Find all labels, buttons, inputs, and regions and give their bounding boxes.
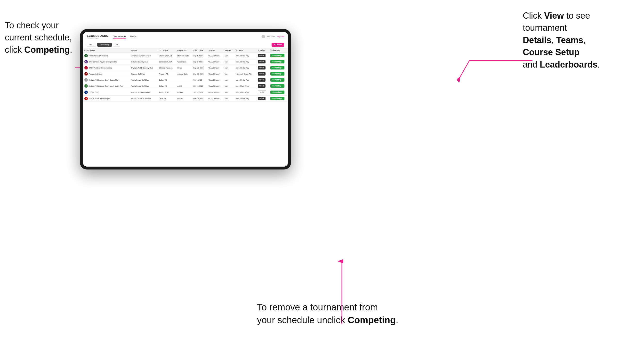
venue-cell: Sahalee Country Club	[130, 59, 158, 65]
event-name-cell: J Jackson T. Stephens Cup – Men's Match …	[83, 83, 130, 89]
event-name: Jackson T. Stephens Cup – Men's Match Pl…	[89, 85, 123, 87]
scoring-cell: team, Stroke Play	[234, 96, 256, 102]
scoreboard-logo: SCOREBOARD Powered by clippi	[87, 34, 108, 39]
team-logo-icon: A	[84, 91, 88, 94]
view-button[interactable]: View ℹ	[258, 66, 266, 69]
actions-cell: View ℹ	[256, 71, 269, 77]
competing-button[interactable]: Competing ✓	[270, 78, 284, 82]
hosted-by-cell: Arizona	[176, 89, 192, 96]
venue-cell: Trinity Forest Golf Club	[130, 83, 158, 89]
table-row: Y Papago Individual Papago Golf ClubPhoe…	[83, 71, 288, 77]
competing-cell: Competing ✓	[269, 83, 288, 89]
gender-cell: Men	[223, 83, 234, 89]
competing-button[interactable]: Competing ✓	[270, 91, 284, 94]
col-division: DIVISION	[206, 48, 223, 53]
col-hosted-by: HOSTED BY	[176, 48, 192, 53]
event-name: Papago Individual	[89, 73, 102, 75]
table-row: W 2023 Sahalee Players Championship Saha…	[83, 59, 288, 65]
hosted-by-cell: ABAC	[176, 83, 192, 89]
competing-button[interactable]: Competing ✓	[270, 60, 284, 63]
course-setup-highlight: Course Setup	[523, 47, 580, 57]
table-row: I OFCC Fighting Illini Invitational Olym…	[83, 65, 288, 71]
sign-out-link[interactable]: Sign out	[277, 35, 284, 37]
annotation-bottom: To remove a tournament fromyour schedule…	[257, 301, 427, 327]
division-cell: NCAA Division I	[206, 89, 223, 96]
start-date-cell: Sep 15, 2023	[192, 65, 206, 71]
gender-cell: Men	[223, 71, 234, 77]
scoring-cell: individual, Stroke Play	[234, 71, 256, 77]
team-logo-icon: J	[84, 84, 88, 88]
filter-tab-competing[interactable]: Competing	[97, 43, 112, 47]
city-state-cell: Dallas, TX	[157, 77, 176, 83]
competing-button[interactable]: Competing ✓	[270, 84, 284, 88]
event-name: Folds of Honor Collegiate	[89, 55, 108, 57]
view-button[interactable]: View ℹ	[258, 60, 266, 63]
competing-button[interactable]: Competing ✓	[270, 72, 284, 76]
division-cell: NCAA Division I	[206, 77, 223, 83]
event-name-cell: A Copper Cup	[83, 89, 130, 96]
start-date-cell: Sep 18, 2023	[192, 71, 206, 77]
gender-cell: Men	[223, 53, 234, 59]
event-name-cell: Y Papago Individual	[83, 71, 130, 77]
actions-cell: View ℹ	[256, 77, 269, 83]
logo-title: SCOREBOARD	[87, 34, 108, 37]
hosted-by-cell: Arizona State	[176, 71, 192, 77]
hosted-by-cell: Illinois	[176, 65, 192, 71]
table-row: J Jackson T. Stephens Cup – Stroke Play …	[83, 77, 288, 83]
team-logo-icon: I	[84, 66, 88, 69]
competing-button[interactable]: Competing ✓	[270, 54, 284, 57]
filter-tab-home[interactable]: Ho...	[87, 43, 96, 47]
team-logo-icon: S	[84, 54, 88, 57]
view-button[interactable]: View ℹ	[258, 72, 266, 76]
start-date-cell: Jan 14, 2024	[192, 89, 206, 96]
gender-cell: Men	[223, 59, 234, 65]
table-row: A Copper Cup Ak-Chin Southern DunesMaric…	[83, 89, 288, 96]
competing-cell: Competing ✓	[269, 53, 288, 59]
scoring-cell: team, Stroke Play	[234, 53, 256, 59]
city-state-cell: Olympia Fields, IL	[157, 65, 176, 71]
start-date-cell: Feb 15, 2024	[192, 96, 206, 102]
view-button[interactable]: View ℹ	[258, 97, 266, 100]
annotation-line1: To check yourcurrent schedule,click Comp…	[5, 20, 72, 55]
view-button[interactable]: View ℹ	[258, 54, 266, 57]
nav-teams[interactable]: Teams	[130, 34, 136, 39]
gender-cell: Men	[223, 77, 234, 83]
division-cell: NCAA Division I	[206, 59, 223, 65]
view-button[interactable]: View ℹ	[258, 78, 266, 82]
app-nav: SCOREBOARD Powered by clippi Tournaments…	[83, 32, 288, 41]
venue-cell: Trinity Forest Golf Club	[130, 77, 158, 83]
competing-button[interactable]: Competing ✓	[270, 66, 284, 69]
event-name-cell: J Jackson T. Stephens Cup – Stroke Play	[83, 77, 130, 83]
actions-cell: View ℹ	[256, 59, 269, 65]
competing-cell: Competing ✓	[269, 89, 288, 96]
start-date-cell: Oct 11, 2023	[192, 83, 206, 89]
view-button[interactable]: View ℹ	[258, 84, 266, 88]
start-date-cell: Sep 4, 2023	[192, 53, 206, 59]
edit-button[interactable]: ✎ Edit	[258, 90, 266, 94]
details-highlight: Details	[523, 35, 552, 45]
table-row: H John A. Burns Intercollegiate Ocean Co…	[83, 96, 288, 102]
venue-cell: American Dunes Golf Club	[130, 53, 158, 59]
city-state-cell: Sammamish, WA	[157, 59, 176, 65]
nav-tournaments[interactable]: Tournaments	[113, 34, 126, 39]
table-row: J Jackson T. Stephens Cup – Men's Match …	[83, 83, 288, 89]
event-name: John A. Burns Intercollegiate	[89, 98, 110, 100]
city-state-cell: Grand Haven, MI	[157, 53, 176, 59]
create-button[interactable]: + Create	[272, 43, 284, 47]
scoring-cell: team, Match Play	[234, 83, 256, 89]
table-container: EVENT NAME VENUE CITY, STATE HOSTED BY S…	[83, 48, 288, 167]
competing-cell: Competing ✓	[269, 59, 288, 65]
actions-cell: View ℹ	[256, 53, 269, 59]
venue-cell: Papago Golf Club	[130, 71, 158, 77]
actions-cell: View ℹ	[256, 83, 269, 89]
col-start-date: START DATE	[192, 48, 206, 53]
hosted-by-cell: Hawaii	[176, 96, 192, 102]
start-date-cell: Sep 9, 2023	[192, 59, 206, 65]
view-highlight: View	[544, 11, 564, 20]
scoring-cell: team, Stroke Play	[234, 77, 256, 83]
event-name-cell: S Folds of Honor Collegiate	[83, 53, 130, 59]
hosted-by-cell: Michigan State	[176, 53, 192, 59]
filter-tab-all[interactable]: All	[113, 43, 120, 47]
filter-bar: Ho... Competing All + Create	[83, 41, 288, 48]
competing-button[interactable]: Competing ✓	[270, 97, 284, 100]
